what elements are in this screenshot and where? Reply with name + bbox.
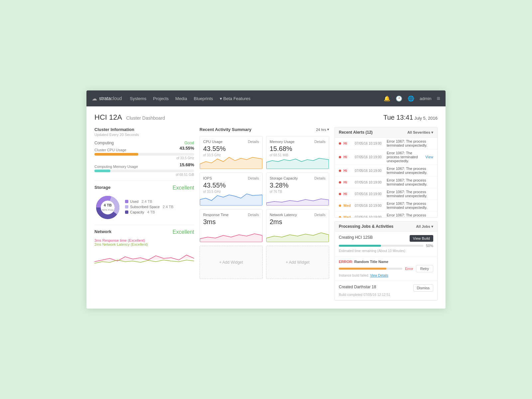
logo: ☁ stratacloud <box>92 95 122 102</box>
nav-media[interactable]: Media <box>175 96 187 101</box>
svg-marker-8 <box>200 194 262 205</box>
alert-dot-hi <box>339 181 341 184</box>
alert-row: Hi 07/05/16 10:19:00 Error 1067: The pro… <box>335 188 437 200</box>
nav-systems[interactable]: Systems <box>130 96 146 101</box>
mem-value: 15.68% <box>180 162 194 167</box>
alerts-filter[interactable]: All Severities ▾ <box>407 130 433 135</box>
add-widget-2[interactable]: + Add Widget <box>266 246 329 279</box>
network-chart <box>94 248 194 267</box>
alert-time: 07/05/16 10:19:00 <box>355 142 385 145</box>
latency-stat: 2ms Network Latency (Excellent) <box>94 242 194 246</box>
retry-button[interactable]: Retry <box>416 265 433 272</box>
legend-used: Used 2.4 TB <box>125 200 174 203</box>
widget-response-details[interactable]: Details <box>248 213 259 217</box>
view-build-button[interactable]: View Build <box>410 235 433 242</box>
widget-storage: Storage Capacity Details 3.28% of 76 TB <box>266 173 329 206</box>
widget-latency-header: Network Latency Details <box>270 213 326 217</box>
jobs-header: Processing Jobs & Activities All Jobs ▾ <box>335 221 437 232</box>
jobs-title: Processing Jobs & Activities <box>339 224 393 229</box>
network-header: Network Excellent <box>94 229 194 235</box>
alert-severity: Hi <box>343 192 353 196</box>
widget-cpu-details[interactable]: Details <box>248 140 259 144</box>
hamburger-icon[interactable]: ≡ <box>437 95 440 102</box>
cpu-metric: Cluster CPU Usage 43.55% of 33.5 GHz <box>94 148 194 160</box>
subscribed-dot <box>125 205 128 208</box>
widget-memory-details[interactable]: Details <box>314 140 326 144</box>
alert-msg: Error 1067: The process terminated unexp… <box>387 190 431 198</box>
globe-icon[interactable]: 🌐 <box>408 95 414 102</box>
response-time-stat: 3ms Response time (Excellent) <box>94 238 194 242</box>
widget-cpu-value: 43.55% <box>203 145 259 153</box>
widget-cpu-name: CPU Usage <box>203 140 222 144</box>
beta-icon: ▾ <box>220 96 222 101</box>
alert-time: 07/05/16 10:19:00 <box>355 155 385 159</box>
alert-severity: Med <box>343 203 353 207</box>
view-details-link[interactable]: View Details <box>370 274 388 277</box>
job-error: ERROR: Random Title Name Error Retry Ins… <box>335 256 437 281</box>
nav-blueprints[interactable]: Blueprints <box>194 96 213 101</box>
widget-storage-details[interactable]: Details <box>314 176 326 180</box>
page-title-area: HCI 12A Cluster Dashboard <box>94 113 165 122</box>
alert-row: Hi 07/05/16 10:19:00 Error 1067: The pro… <box>335 149 437 165</box>
storage-donut-chart: 4 TB 50% Free <box>94 194 121 221</box>
alert-row: Hi 07/05/16 10:19:00 Error 1067: The pro… <box>335 138 437 149</box>
widget-iops-details[interactable]: Details <box>248 176 259 180</box>
svg-marker-6 <box>200 157 262 169</box>
notifications-icon[interactable]: 🔔 <box>384 95 390 102</box>
svg-marker-11 <box>266 233 329 242</box>
widget-storage-chart <box>266 189 329 205</box>
jobs-filter[interactable]: All Jobs ▾ <box>416 224 433 229</box>
widget-cpu-header: CPU Usage Details <box>203 140 259 144</box>
history-icon[interactable]: 🕐 <box>396 95 402 102</box>
widget-latency-details[interactable]: Details <box>314 213 326 217</box>
alert-view-link[interactable]: View <box>425 155 433 159</box>
widget-latency-chart <box>266 225 329 242</box>
right-panel: Recent Alerts (12) All Severities ▾ Hi 0… <box>334 127 438 301</box>
alert-severity: Hi <box>343 141 353 145</box>
svg-marker-10 <box>200 234 262 242</box>
cluster-info-panel: Cluster Information Updated Every 20 Sec… <box>94 127 194 301</box>
alert-time: 07/05/16 10:19:00 <box>355 192 385 196</box>
mem-bar-container <box>94 170 194 172</box>
error-bar-container <box>339 268 402 270</box>
widget-memory-name: Memory Usage <box>270 140 295 144</box>
add-widget-1[interactable]: + Add Widget <box>200 246 263 279</box>
alert-msg: Error 1067: The process terminated unexp… <box>387 151 423 163</box>
cpu-bar-container <box>94 153 194 156</box>
alert-time: 07/05/16 10:19:00 <box>355 215 385 218</box>
navbar: ☁ stratacloud Systems Projects Media Blu… <box>86 90 446 106</box>
error-label: ERROR: Random Title Name <box>339 260 433 264</box>
alert-row: Hi 07/05/16 10:19:00 Error 1067: The pro… <box>335 165 437 177</box>
alert-time: 07/05/16 10:19:00 <box>355 169 385 173</box>
network-section: Network Excellent 3ms Response time (Exc… <box>94 229 194 267</box>
alert-msg: Error 1067: The process terminated unexp… <box>387 178 431 186</box>
alert-severity: Hi <box>343 180 353 184</box>
widget-latency-value: 2ms <box>270 218 326 226</box>
widget-response-value: 3ms <box>203 218 259 226</box>
cluster-info-subtitle: Updated Every 20 Seconds <box>94 133 194 137</box>
navbar-right: 🔔 🕐 🌐 admin ≡ <box>384 95 440 102</box>
widget-iops: IOPS Details 43.55% of 33.5 GHz <box>200 173 263 206</box>
widget-iops-name: IOPS <box>203 176 212 180</box>
beta-features-button[interactable]: ▾ Beta Features <box>220 96 251 101</box>
alert-dot-hi <box>339 193 341 195</box>
job-creating-title: Creating HCI 12SB <box>339 235 373 240</box>
dismiss-button[interactable]: Dismiss <box>413 284 434 292</box>
admin-label: admin <box>420 96 431 101</box>
network-stats: 3ms Response time (Excellent) 2ms Networ… <box>94 238 194 246</box>
network-status: Excellent <box>173 229 194 235</box>
alert-dot-hi <box>339 170 341 172</box>
alerts-list: Hi 07/05/16 10:19:00 Error 1067: The pro… <box>335 138 437 217</box>
alert-msg: Error 1067: The process terminated unexp… <box>387 167 431 175</box>
alert-severity: Med <box>343 215 353 217</box>
widget-memory: Memory Usage Details 15.68% of 68.51 MiB <box>266 136 329 169</box>
time-selector[interactable]: 24 hrs ▾ <box>316 127 329 132</box>
nav-projects[interactable]: Projects <box>153 96 169 101</box>
alert-row: Med 07/05/16 10:19:00 Error 1067: The pr… <box>335 211 437 217</box>
storage-label: Storage <box>94 185 110 190</box>
svg-text:4 TB: 4 TB <box>104 203 112 207</box>
alert-row: Med 07/05/16 10:19:00 Error 1067: The pr… <box>335 200 437 211</box>
activity-title: Recent Activity Summary <box>200 127 251 132</box>
error-row: Error Retry <box>339 265 433 272</box>
widget-response-header: Response Time Details <box>203 213 259 217</box>
